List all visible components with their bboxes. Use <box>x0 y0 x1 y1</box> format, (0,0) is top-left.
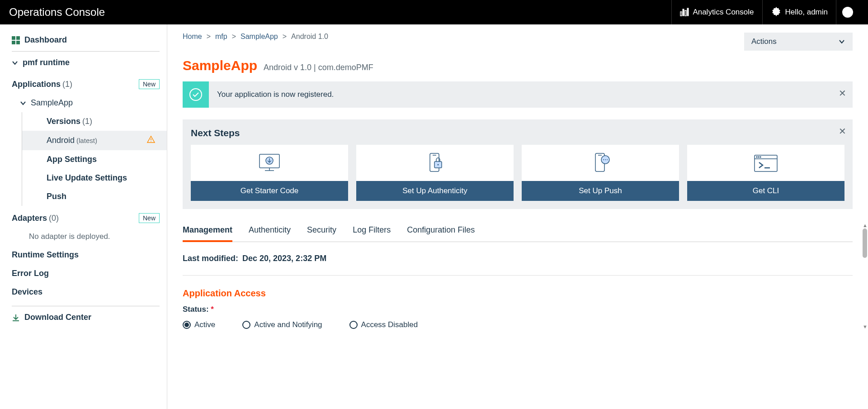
new-application-button[interactable]: New <box>139 79 160 89</box>
svg-rect-33 <box>755 155 777 171</box>
sidebar-runtime[interactable]: pmf runtime <box>5 53 167 72</box>
breadcrumb-mfp[interactable]: mfp <box>215 33 227 41</box>
radio-icon <box>183 321 191 329</box>
actions-dropdown[interactable]: Actions <box>744 33 853 51</box>
svg-point-35 <box>756 157 757 157</box>
card-cli-button[interactable]: Get CLI <box>687 181 844 201</box>
card-authenticity-button[interactable]: Set Up Authenticity <box>356 181 514 201</box>
monitor-download-icon <box>191 145 348 181</box>
svg-rect-8 <box>12 36 15 40</box>
card-push-button[interactable]: Set Up Push <box>522 181 679 201</box>
dashboard-label: Dashboard <box>24 35 67 45</box>
tab-security[interactable]: Security <box>307 220 336 242</box>
sidebar-runtime-settings[interactable]: Runtime Settings <box>5 246 167 264</box>
sampleapp-label: SampleApp <box>31 98 73 108</box>
svg-point-32 <box>607 159 608 160</box>
svg-point-36 <box>758 157 759 157</box>
warning-icon <box>147 135 160 146</box>
dashboard-icon <box>12 36 20 44</box>
chevron-down-icon <box>20 100 26 106</box>
sidebar-devices[interactable]: Devices <box>5 283 167 301</box>
terminal-icon <box>687 145 844 181</box>
radio-notifying-label: Active and Notifying <box>254 320 322 329</box>
scroll-down-arrow[interactable]: ▼ <box>863 324 868 329</box>
no-adapter-text: No adapter is deployed. <box>5 228 167 246</box>
sidebar-adapters[interactable]: Adapters (0) New <box>5 209 167 228</box>
app-subtitle: Android v 1.0 | com.demoPMF <box>264 63 373 72</box>
last-modified-label: Last modified: <box>183 254 238 263</box>
radio-active[interactable]: Active <box>183 320 215 329</box>
close-icon: ✕ <box>839 88 846 98</box>
sidebar-live-update[interactable]: Live Update Settings <box>22 169 167 187</box>
tab-authenticity[interactable]: Authenticity <box>249 220 291 242</box>
analytics-label: Analytics Console <box>693 8 754 17</box>
breadcrumb-home[interactable]: Home <box>183 33 202 41</box>
live-update-label: Live Update Settings <box>47 173 127 183</box>
svg-point-26 <box>438 164 439 166</box>
download-center-label: Download Center <box>24 313 91 322</box>
breadcrumb-sep: > <box>207 33 211 41</box>
card-starter-button[interactable]: Get Starter Code <box>191 181 348 201</box>
applications-count: (1) <box>62 80 72 89</box>
sidebar-android-version[interactable]: Android (latest) <box>22 131 167 150</box>
sidebar-app-settings[interactable]: App Settings <box>22 150 167 169</box>
runtime-label: pmf runtime <box>23 58 70 67</box>
last-modified-value: Dec 20, 2023, 2:32 PM <box>242 254 326 263</box>
user-menu[interactable]: Hello, admin <box>762 0 836 24</box>
gear-icon <box>771 7 782 18</box>
tab-management[interactable]: Management <box>183 220 232 242</box>
svg-point-17 <box>190 89 202 100</box>
sidebar-push[interactable]: Push <box>22 187 167 206</box>
sidebar-download-center[interactable]: Download Center <box>5 308 167 327</box>
analytics-console-link[interactable]: Analytics Console <box>671 0 762 24</box>
sidebar-sampleapp[interactable]: SampleApp <box>5 94 167 112</box>
breadcrumb-sep: > <box>232 33 236 41</box>
radio-disabled-label: Access Disabled <box>361 320 418 329</box>
radio-icon <box>242 321 250 329</box>
next-steps-title: Next Steps <box>191 128 844 138</box>
radio-disabled[interactable]: Access Disabled <box>349 320 418 329</box>
sidebar-versions[interactable]: Versions (1) <box>22 112 167 131</box>
user-label: Hello, admin <box>785 8 828 17</box>
svg-rect-10 <box>12 41 15 44</box>
sidebar: Dashboard pmf runtime Applications (1) N… <box>0 24 167 409</box>
svg-rect-0 <box>680 12 682 16</box>
svg-point-14 <box>151 141 151 142</box>
breadcrumb-app[interactable]: SampleApp <box>241 33 278 41</box>
sidebar-applications[interactable]: Applications (1) New <box>5 75 167 94</box>
svg-rect-2 <box>685 10 686 16</box>
chevron-down-icon <box>12 60 18 66</box>
info-icon <box>842 6 854 18</box>
card-cli: Get CLI <box>687 145 844 201</box>
card-push: Set Up Push <box>522 145 679 201</box>
radio-notifying[interactable]: Active and Notifying <box>242 320 322 329</box>
new-adapter-button[interactable]: New <box>139 213 160 223</box>
next-steps-cards: Get Starter Code Set Up Authenticity <box>191 145 844 201</box>
app-heading: SampleApp Android v 1.0 | com.demoPMF <box>183 58 853 73</box>
info-button[interactable] <box>836 0 859 24</box>
sidebar-error-log[interactable]: Error Log <box>5 264 167 283</box>
close-alert-button[interactable]: ✕ <box>839 88 846 99</box>
tab-config-files[interactable]: Configuration Files <box>407 220 475 242</box>
registration-alert: Your application is now registered. ✕ <box>183 81 853 108</box>
sidebar-dashboard[interactable]: Dashboard <box>5 31 167 49</box>
phone-lock-icon <box>356 145 514 181</box>
error-log-label: Error Log <box>12 269 49 278</box>
scroll-up-arrow[interactable]: ▲ <box>863 223 868 228</box>
versions-label: Versions <box>47 117 80 126</box>
topbar: Operations Console Analytics Console Hel… <box>0 0 868 24</box>
actions-label: Actions <box>751 37 777 46</box>
close-panel-button[interactable]: ✕ <box>839 126 846 137</box>
svg-point-37 <box>760 157 761 157</box>
tabs: Management Authenticity Security Log Fil… <box>183 220 853 242</box>
radio-icon <box>349 321 358 329</box>
card-starter-code: Get Starter Code <box>191 145 348 201</box>
adapters-count: (0) <box>49 214 59 223</box>
push-label: Push <box>47 192 66 201</box>
last-modified: Last modified: Dec 20, 2023, 2:32 PM <box>183 254 853 276</box>
scrollbar-thumb[interactable] <box>863 228 867 258</box>
adapters-label: Adapters <box>12 214 47 223</box>
svg-rect-3 <box>687 8 689 16</box>
tab-log-filters[interactable]: Log Filters <box>353 220 391 242</box>
analytics-icon <box>680 8 689 17</box>
